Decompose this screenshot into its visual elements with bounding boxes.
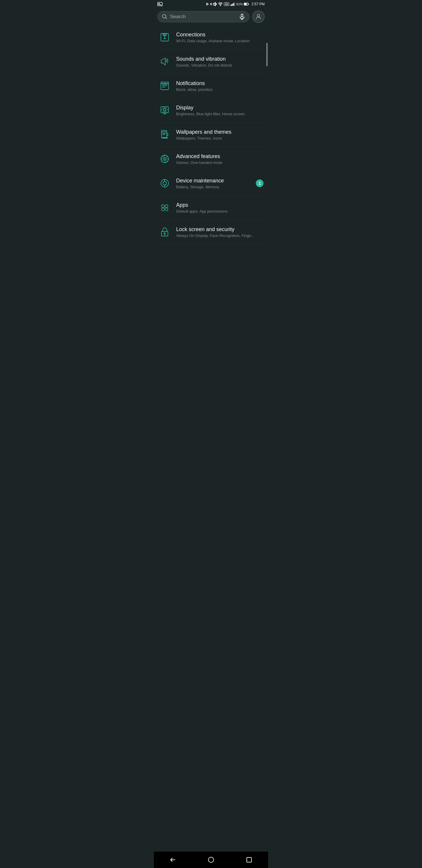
settings-item-lockscreen[interactable]: Lock screen and security Always On Displ…: [154, 220, 268, 244]
svg-point-32: [165, 208, 168, 211]
settings-list: Connections Wi-Fi, Data usage, Airplane …: [154, 25, 268, 244]
settings-item-display[interactable]: Display Brightness, Blue light filter, H…: [154, 98, 268, 123]
profile-icon: [255, 13, 262, 20]
settings-item-wallpapers[interactable]: Wallpapers and themes Wallpapers, Themes…: [154, 123, 268, 147]
sounds-icon: [158, 55, 171, 68]
settings-item-apps[interactable]: Apps Default apps, App permissions: [154, 195, 268, 220]
display-subtitle: Brightness, Blue light filter, Home scre…: [176, 112, 263, 116]
connections-icon: [158, 31, 171, 44]
maintenance-icon: [158, 177, 171, 190]
search-input[interactable]: Search: [170, 14, 237, 20]
svg-point-22: [164, 108, 166, 111]
settings-item-sounds[interactable]: Sounds and vibration Sounds, Vibration, …: [154, 50, 268, 74]
apps-text: Apps Default apps, App permissions: [176, 202, 263, 214]
lockscreen-subtitle: Always On Display, Face Recognition, Fin…: [176, 234, 263, 238]
maintenance-title: Device maintenance: [176, 178, 256, 184]
wallpapers-text: Wallpapers and themes Wallpapers, Themes…: [176, 129, 263, 141]
apps-title: Apps: [176, 202, 263, 208]
notifications-text: Notifications Block, allow, prioritize: [176, 80, 263, 92]
wifi-icon: [218, 2, 223, 6]
svg-rect-5: [232, 3, 233, 6]
lockscreen-text: Lock screen and security Always On Displ…: [176, 226, 263, 238]
advanced-subtitle: Games, One-handed mode: [176, 160, 263, 165]
profile-button[interactable]: [252, 10, 265, 23]
advanced-text: Advanced features Games, One-handed mode: [176, 153, 263, 165]
search-icon: [162, 14, 168, 20]
apps-icon: [158, 201, 171, 214]
lockscreen-icon: [158, 225, 171, 239]
svg-point-29: [161, 205, 164, 208]
wallpapers-title: Wallpapers and themes: [176, 129, 263, 135]
svg-rect-23: [161, 130, 167, 137]
svg-rect-6: [234, 3, 234, 6]
connections-title: Connections: [176, 32, 263, 38]
settings-item-advanced[interactable]: Advanced features Games, One-handed mode: [154, 147, 268, 171]
maintenance-text: Device maintenance Battery, Storage, Mem…: [176, 178, 256, 189]
battery-icon: [244, 3, 249, 6]
status-time: 2:57 PM: [252, 2, 265, 6]
search-input-wrapper[interactable]: Search: [157, 11, 249, 22]
svg-point-31: [161, 208, 164, 211]
sounds-title: Sounds and vibration: [176, 56, 263, 62]
notifications-title: Notifications: [176, 80, 263, 87]
svg-rect-3: [230, 5, 231, 6]
sounds-text: Sounds and vibration Sounds, Vibration, …: [176, 56, 263, 67]
advanced-title: Advanced features: [176, 153, 263, 159]
lockscreen-title: Lock screen and security: [176, 226, 263, 232]
sounds-subtitle: Sounds, Vibration, Do not disturb: [176, 63, 263, 67]
maintenance-subtitle: Battery, Storage, Memory: [176, 185, 256, 189]
search-bar-container: Search: [154, 8, 268, 25]
4g-icon: 4G: [224, 2, 229, 6]
connections-subtitle: Wi-Fi, Data usage, Airplane mode, Locati…: [176, 39, 263, 43]
settings-item-notifications[interactable]: Notifications Block, allow, prioritize: [154, 74, 268, 98]
svg-point-10: [163, 15, 166, 18]
svg-marker-15: [161, 58, 165, 65]
svg-point-26: [164, 158, 165, 159]
mic-icon[interactable]: [239, 14, 245, 20]
connections-text: Connections Wi-Fi, Data usage, Airplane …: [176, 32, 263, 43]
battery-text: 61%: [236, 2, 242, 6]
settings-item-connections[interactable]: Connections Wi-Fi, Data usage, Airplane …: [154, 25, 268, 50]
nfc-icon: N: [210, 3, 212, 6]
svg-rect-4: [231, 4, 232, 6]
maintenance-badge: 1: [256, 180, 263, 187]
status-left-icons: [157, 2, 163, 6]
bluetooth-icon: [206, 2, 209, 6]
mute-icon: [213, 2, 217, 6]
svg-rect-20: [161, 82, 168, 84]
svg-point-2: [220, 5, 221, 6]
svg-rect-16: [161, 82, 168, 90]
svg-rect-7: [234, 2, 235, 6]
svg-point-30: [165, 205, 168, 208]
status-right-icons: N 4G 61% 2:57 PM: [206, 2, 265, 6]
advanced-icon: [158, 152, 171, 166]
apps-subtitle: Default apps, App permissions: [176, 209, 263, 214]
wallpapers-icon: [158, 128, 171, 141]
display-icon: [158, 103, 171, 117]
status-bar: N 4G 61% 2:57 PM: [154, 0, 268, 8]
display-text: Display Brightness, Blue light filter, H…: [176, 105, 263, 116]
svg-rect-11: [241, 14, 243, 17]
notifications-icon: [158, 79, 171, 93]
notifications-subtitle: Block, allow, prioritize: [176, 87, 263, 92]
svg-rect-9: [245, 3, 247, 5]
settings-item-maintenance[interactable]: Device maintenance Battery, Storage, Mem…: [154, 171, 268, 195]
signal-icon: [230, 2, 235, 6]
svg-point-12: [257, 14, 260, 17]
display-title: Display: [176, 105, 263, 111]
wallpapers-subtitle: Wallpapers, Themes, Icons: [176, 136, 263, 141]
photo-icon: [157, 2, 163, 6]
